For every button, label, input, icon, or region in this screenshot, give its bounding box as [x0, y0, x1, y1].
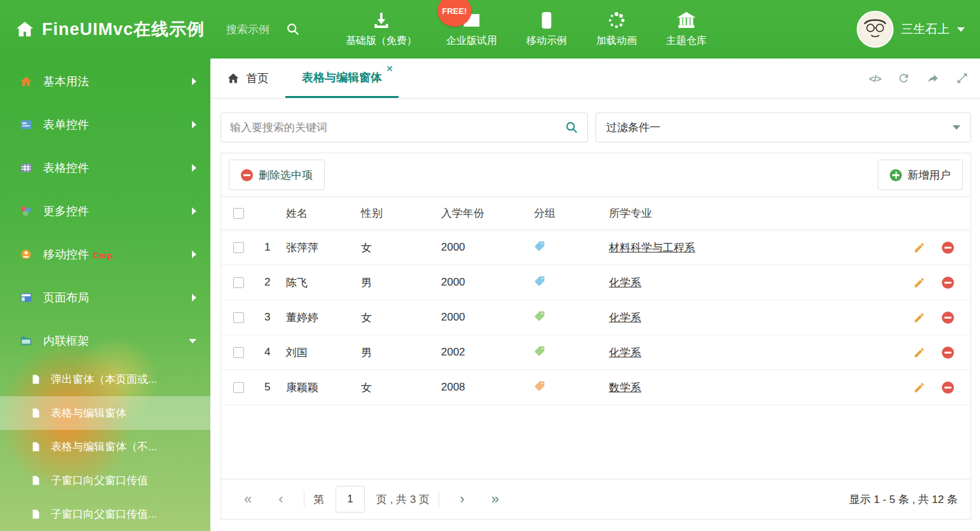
- row-checkbox[interactable]: [233, 347, 244, 358]
- filter-row: 过滤条件一: [221, 113, 971, 142]
- sidebar-subitem-label: 弹出窗体（本页面或...: [51, 372, 157, 387]
- tab-grid-edit-window[interactable]: 表格与编辑窗体 ✕: [285, 59, 398, 98]
- nav-label: 移动示例: [526, 34, 567, 48]
- last-page-icon[interactable]: »: [481, 486, 509, 512]
- bank-icon: [677, 11, 696, 30]
- group-tag-icon[interactable]: [534, 275, 545, 287]
- spinner-icon: [607, 11, 626, 30]
- expand-icon[interactable]: [956, 72, 969, 85]
- chevron-right-icon: [192, 78, 196, 85]
- row-checkbox[interactable]: [233, 312, 244, 323]
- sidebar-item-layout[interactable]: 页面布局: [0, 276, 210, 319]
- home-icon: [227, 72, 240, 85]
- row-index: 5: [255, 381, 283, 394]
- header-search-placeholder: 搜索示例: [226, 22, 269, 37]
- code-icon[interactable]: </>: [869, 73, 881, 84]
- select-all-checkbox[interactable]: [233, 208, 244, 219]
- major-link[interactable]: 化学系: [609, 347, 641, 359]
- page-number-input[interactable]: [336, 486, 365, 513]
- sidebar-subitem-grid-edit-window[interactable]: 表格与编辑窗体: [0, 396, 210, 430]
- file-icon: [31, 475, 42, 486]
- sidebar-item-more[interactable]: 更多控件: [0, 190, 210, 233]
- row-checkbox[interactable]: [233, 242, 244, 253]
- delete-icon[interactable]: [942, 277, 954, 289]
- sidebar: 基本用法 表单控件 表格控件 更多控件 移动控件 Corp.: [0, 59, 210, 531]
- user-menu[interactable]: 三生石上: [857, 11, 965, 48]
- header-nav: 基础版（免费） 企业版试用 移动示例 加载动画 主题仓库: [346, 11, 707, 48]
- header-name: 姓名: [283, 206, 358, 221]
- sidebar-item-basic[interactable]: 基本用法: [0, 60, 210, 103]
- delete-icon[interactable]: [942, 382, 954, 394]
- add-user-button[interactable]: 新增用户: [878, 160, 963, 190]
- sidebar-item-form[interactable]: 表单控件: [0, 103, 210, 146]
- sidebar-item-grid[interactable]: 表格控件: [0, 146, 210, 190]
- header-year: 入学年份: [439, 206, 531, 221]
- nav-loading-anim[interactable]: 加载动画: [596, 11, 637, 48]
- chevron-down-icon: [953, 125, 960, 130]
- major-link[interactable]: 数学系: [609, 382, 641, 394]
- edit-icon[interactable]: [913, 382, 925, 394]
- edit-icon[interactable]: [913, 277, 925, 289]
- first-page-icon[interactable]: «: [234, 486, 262, 512]
- tab-home[interactable]: 首页: [210, 59, 285, 98]
- sidebar-item-label: 更多控件: [43, 203, 89, 219]
- row-checkbox[interactable]: [233, 277, 244, 288]
- next-page-icon[interactable]: ›: [448, 486, 476, 512]
- tab-bar: 首页 表格与编辑窗体 ✕ </>: [210, 59, 980, 99]
- search-icon[interactable]: [565, 121, 578, 134]
- delete-icon[interactable]: [942, 242, 954, 254]
- edit-icon[interactable]: [913, 242, 925, 254]
- cell-name: 刘国: [283, 345, 358, 360]
- sidebar-item-mobile[interactable]: 移动控件 Corp.: [0, 233, 210, 276]
- download-icon: [372, 11, 391, 30]
- group-tag-icon[interactable]: [534, 310, 545, 322]
- nav-basic-free[interactable]: 基础版（免费）: [346, 11, 417, 48]
- content: 过滤条件一 删除选中项 新增用户: [210, 99, 980, 531]
- sidebar-subitem-child-to-parent-2[interactable]: 子窗口向父窗口传值...: [0, 497, 210, 531]
- edit-icon[interactable]: [913, 347, 925, 359]
- file-icon: [31, 374, 42, 385]
- brand[interactable]: FineUIMvc在线示例: [15, 18, 205, 41]
- major-link[interactable]: 化学系: [609, 277, 641, 289]
- refresh-icon[interactable]: [897, 72, 910, 85]
- prev-page-icon[interactable]: ‹: [267, 486, 295, 512]
- sidebar-item-label: 页面布局: [43, 290, 89, 305]
- grid-toolbar: 删除选中项 新增用户: [221, 153, 970, 197]
- cell-gender: 女: [358, 380, 439, 395]
- group-tag-icon[interactable]: [534, 345, 545, 357]
- sidebar-subitem-popup-window[interactable]: 弹出窗体（本页面或...: [0, 362, 210, 396]
- delete-icon[interactable]: [942, 347, 954, 359]
- row-checkbox[interactable]: [233, 382, 244, 393]
- delete-icon[interactable]: [942, 312, 954, 324]
- keyword-search-input[interactable]: [230, 121, 565, 134]
- share-icon[interactable]: [927, 72, 939, 85]
- sidebar-subitem-grid-edit-window-2[interactable]: 表格与编辑窗体（不...: [0, 430, 210, 464]
- major-link[interactable]: 化学系: [609, 312, 641, 324]
- divider: [304, 491, 304, 507]
- close-icon[interactable]: ✕: [386, 64, 393, 73]
- nav-mobile-demo[interactable]: 移动示例: [526, 11, 567, 48]
- table-row: 5 康颖颖 女 2008 数学系: [221, 370, 970, 405]
- edit-icon[interactable]: [913, 312, 925, 324]
- cell-year: 2008: [439, 381, 531, 394]
- layout-icon: [19, 291, 33, 305]
- search-icon[interactable]: [286, 22, 300, 36]
- more-controls-icon: [19, 204, 33, 218]
- nav-theme-repo[interactable]: 主题仓库: [666, 11, 707, 48]
- keyword-search-box: [221, 113, 588, 142]
- group-tag-icon[interactable]: [534, 380, 545, 392]
- chevron-down-icon: [189, 339, 196, 343]
- header-search[interactable]: 搜索示例: [226, 22, 300, 37]
- sidebar-subitem-child-to-parent[interactable]: 子窗口向父窗口传值: [0, 464, 210, 497]
- filter-dropdown-value: 过滤条件一: [606, 120, 660, 135]
- record-summary: 显示 1 - 5 条 , 共 12 条: [849, 492, 958, 507]
- delete-selected-button[interactable]: 删除选中项: [229, 160, 325, 190]
- sidebar-item-iframe[interactable]: 内联框架: [0, 319, 210, 362]
- major-link[interactable]: 材料科学与工程系: [609, 242, 695, 254]
- chevron-right-icon: [192, 207, 196, 215]
- sidebar-subitem-label: 表格与编辑窗体（不...: [51, 439, 157, 454]
- header-gender: 性别: [358, 206, 439, 221]
- filter-dropdown[interactable]: 过滤条件一: [595, 113, 971, 142]
- group-tag-icon[interactable]: [534, 240, 545, 252]
- form-icon: [19, 118, 33, 132]
